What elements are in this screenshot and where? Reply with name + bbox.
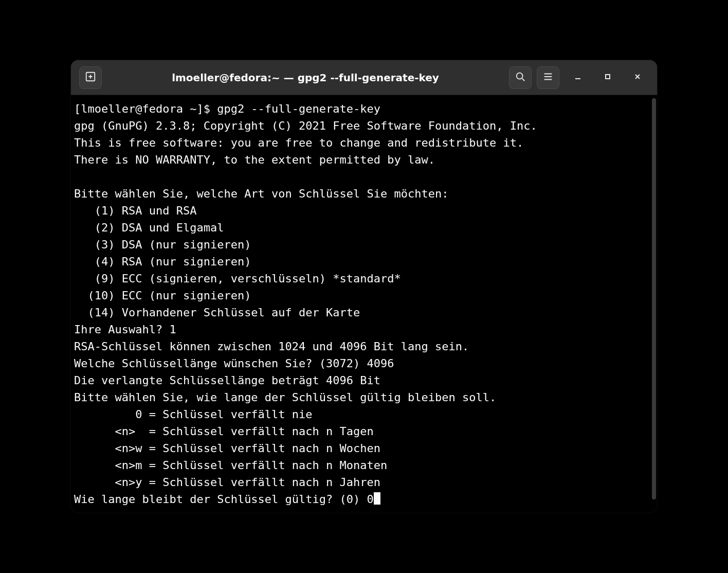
minimize-button[interactable] xyxy=(571,70,585,85)
terminal-cursor xyxy=(374,492,380,505)
plus-box-icon xyxy=(85,71,96,84)
minimize-icon xyxy=(574,73,581,82)
hamburger-icon xyxy=(542,71,554,84)
terminal-area[interactable]: [lmoeller@fedora ~]$ gpg2 --full-generat… xyxy=(71,95,657,513)
window-controls xyxy=(571,70,649,85)
svg-rect-9 xyxy=(606,75,610,79)
terminal-window: lmoeller@fedora:~ — gpg2 --full-generate… xyxy=(71,60,657,513)
maximize-button[interactable] xyxy=(600,70,615,85)
terminal-output[interactable]: [lmoeller@fedora ~]$ gpg2 --full-generat… xyxy=(71,95,651,513)
titlebar: lmoeller@fedora:~ — gpg2 --full-generate… xyxy=(71,60,657,95)
maximize-icon xyxy=(604,73,611,82)
menu-button[interactable] xyxy=(537,66,559,89)
scrollbar[interactable] xyxy=(651,95,657,513)
close-button[interactable] xyxy=(630,70,645,85)
search-button[interactable] xyxy=(509,66,532,89)
new-tab-button[interactable] xyxy=(79,66,102,89)
scrollbar-thumb[interactable] xyxy=(652,98,656,499)
svg-point-3 xyxy=(517,73,523,79)
close-icon xyxy=(634,73,641,82)
search-icon xyxy=(515,71,526,84)
svg-line-4 xyxy=(522,78,525,81)
window-title: lmoeller@fedora:~ — gpg2 --full-generate… xyxy=(107,71,504,84)
